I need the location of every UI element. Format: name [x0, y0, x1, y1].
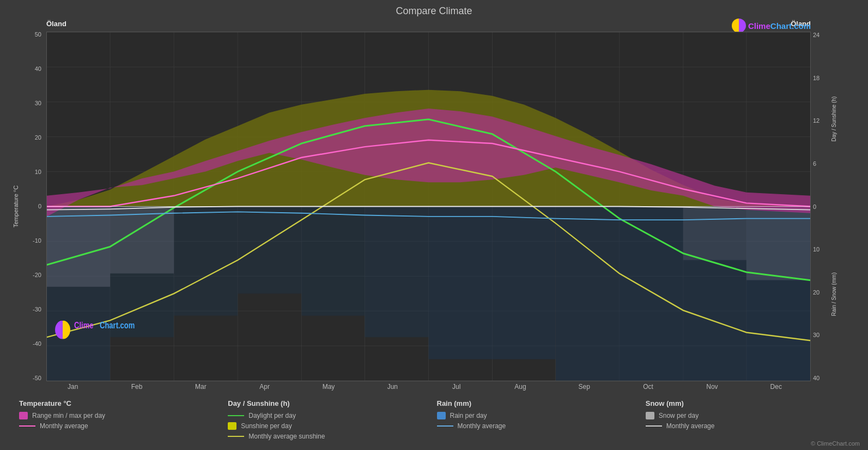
legend-label-snow: Snow per day	[659, 412, 699, 419]
y-tick-30: 30	[35, 100, 41, 106]
copyright: © ClimeChart.com	[811, 440, 860, 447]
logo-icon	[732, 19, 746, 33]
y-tick-m30: -30	[33, 307, 41, 313]
legend-item-avg-sunshine: Monthly average sunshine	[228, 433, 431, 440]
svg-rect-38	[746, 207, 810, 280]
legend-label-avg-rain: Monthly average	[458, 422, 506, 430]
logo-top-right: ClimeChart.com	[732, 19, 811, 33]
y-tick-20: 20	[35, 135, 41, 141]
x-tick-dec: Dec	[744, 383, 808, 391]
svg-rect-29	[429, 207, 493, 359]
svg-rect-26	[238, 207, 301, 294]
x-axis: Jan Feb Mar Apr May Jun Jul Aug Sep Oct …	[41, 381, 808, 391]
y-tick-50: 50	[35, 32, 41, 38]
y-tick-40: 40	[35, 66, 41, 72]
y-tick-m40: -40	[33, 341, 41, 347]
legend-item-rain: Rain per day	[437, 412, 640, 419]
x-tick-mar: Mar	[169, 383, 233, 391]
legend-label-sunshine: Sunshine per day	[241, 422, 292, 430]
legend-line-temp-avg	[19, 425, 35, 427]
y-tick-10: 10	[35, 169, 41, 175]
y-axis-left-ticks: 50 40 30 20 10 0 -10 -20 -30 -40 -50	[21, 32, 44, 381]
legend-swatch-sunshine	[228, 422, 236, 430]
page-container: Compare Climate Öland Öland ClimeChart.c…	[0, 0, 868, 450]
svg-rect-30	[493, 207, 556, 359]
legend-label-avg-sunshine: Monthly average sunshine	[248, 433, 325, 440]
x-tick-oct: Oct	[616, 383, 680, 391]
right-tick-18: 18	[813, 75, 828, 81]
right-tick-20: 20	[813, 289, 828, 296]
legend-label-rain: Rain per day	[450, 412, 487, 419]
legend-label-daylight: Daylight per day	[248, 412, 296, 419]
right-labels-vert: Day / Sunshine (h) Rain / Snow (mm)	[828, 32, 855, 381]
chart-svg: Clime Chart.com	[47, 32, 810, 381]
y-tick-m20: -20	[33, 272, 41, 278]
y-axis-left-label: Temperature °C	[11, 32, 21, 381]
legend-item-sunshine: Sunshine per day	[228, 422, 431, 430]
right-tick-12: 12	[813, 117, 828, 124]
right-axis-wrapper: 24 18 12 6 0 10 20 30 40 Day / Sunshine …	[811, 32, 857, 381]
legend-title-snow: Snow (mm)	[646, 399, 849, 407]
svg-text:Clime: Clime	[74, 321, 93, 331]
legend-item-temp-avg: Monthly average	[19, 422, 222, 430]
legend-title-temperature: Temperature °C	[19, 399, 222, 407]
chart-title: Compare Climate	[11, 5, 857, 17]
legend-label-temp-avg: Monthly average	[40, 422, 88, 430]
x-tick-aug: Aug	[488, 383, 552, 391]
legend-line-avg-rain	[437, 425, 453, 427]
right-ticks-sunshine: 24 18 12 6 0 10 20 30 40	[811, 32, 828, 381]
svg-rect-28	[365, 207, 428, 338]
legend-area: Temperature °C Range min / max per day M…	[11, 395, 857, 445]
right-tick-10: 10	[813, 246, 828, 253]
x-tick-apr: Apr	[233, 383, 296, 391]
legend-group-snow: Snow (mm) Snow per day Monthly average	[643, 399, 852, 440]
y-axis-right-sunshine-label: Day / Sunshine (h)	[828, 32, 839, 207]
svg-rect-35	[47, 207, 110, 287]
legend-swatch-temp-range	[19, 412, 28, 419]
legend-group-rain: Rain (mm) Rain per day Monthly average	[434, 399, 643, 440]
legend-item-daylight: Daylight per day	[228, 412, 431, 419]
x-tick-jan: Jan	[41, 383, 105, 391]
legend-label-temp-range: Range min / max per day	[32, 412, 105, 419]
legend-title-sunshine: Day / Sunshine (h)	[228, 399, 431, 407]
legend-item-temp-range: Range min / max per day	[19, 412, 222, 419]
y-tick-m10: -10	[33, 238, 41, 244]
y-tick-m50: -50	[33, 375, 41, 381]
legend-label-avg-snow: Monthly average	[666, 422, 715, 430]
right-tick-0: 0	[813, 203, 828, 210]
logo-text: ClimeChart.com	[748, 21, 811, 31]
x-tick-feb: Feb	[105, 383, 168, 391]
legend-swatch-snow	[646, 412, 654, 419]
legend-item-avg-rain: Monthly average	[437, 422, 640, 430]
right-tick-24: 24	[813, 32, 828, 38]
x-tick-nov: Nov	[680, 383, 744, 391]
chart-wrapper: Öland Öland ClimeChart.com Temperature °…	[11, 20, 857, 391]
right-tick-6: 6	[813, 160, 828, 167]
svg-rect-32	[620, 207, 683, 381]
svg-rect-25	[174, 207, 238, 316]
legend-line-avg-snow	[646, 425, 662, 427]
chart-row: Temperature °C 50 40 30 20 10 0 -10 -20 …	[11, 32, 857, 381]
legend-group-temperature: Temperature °C Range min / max per day M…	[16, 399, 225, 440]
left-axis-wrapper: Temperature °C 50 40 30 20 10 0 -10 -20 …	[11, 32, 46, 381]
legend-title-rain: Rain (mm)	[437, 399, 640, 407]
legend-item-snow: Snow per day	[646, 412, 849, 419]
legend-group-sunshine: Day / Sunshine (h) Daylight per day Suns…	[225, 399, 434, 440]
x-tick-jun: Jun	[361, 383, 424, 391]
chart-inner: Clime Chart.com	[46, 32, 811, 381]
x-tick-sep: Sep	[553, 383, 616, 391]
x-tick-jul: Jul	[424, 383, 488, 391]
legend-item-avg-snow: Monthly average	[646, 422, 849, 430]
svg-rect-37	[683, 207, 746, 260]
legend-line-daylight	[228, 415, 244, 416]
x-tick-may: May	[296, 383, 360, 391]
y-axis-right-rain-label: Rain / Snow (mm)	[828, 207, 839, 382]
svg-rect-27	[301, 207, 365, 316]
svg-text:Chart.com: Chart.com	[100, 321, 135, 331]
y-tick-0: 0	[38, 203, 41, 209]
svg-rect-31	[556, 207, 620, 381]
legend-swatch-rain	[437, 412, 446, 419]
location-left: Öland	[46, 20, 66, 28]
right-tick-40: 40	[813, 375, 828, 381]
legend-line-avg-sunshine	[228, 436, 244, 437]
